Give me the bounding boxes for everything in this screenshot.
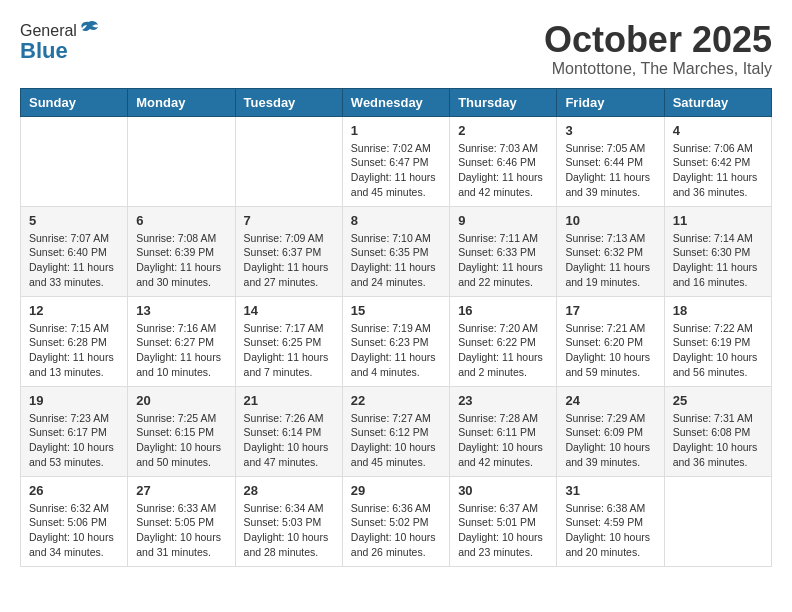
page-header: General Blue October 2025 Montottone, Th…	[20, 20, 772, 78]
calendar-cell: 25Sunrise: 7:31 AM Sunset: 6:08 PM Dayli…	[664, 386, 771, 476]
calendar-week-row: 5Sunrise: 7:07 AM Sunset: 6:40 PM Daylig…	[21, 206, 772, 296]
calendar-cell: 6Sunrise: 7:08 AM Sunset: 6:39 PM Daylig…	[128, 206, 235, 296]
day-number: 19	[29, 393, 119, 408]
calendar-week-row: 19Sunrise: 7:23 AM Sunset: 6:17 PM Dayli…	[21, 386, 772, 476]
title-block: October 2025 Montottone, The Marches, It…	[544, 20, 772, 78]
day-info: Sunrise: 7:31 AM Sunset: 6:08 PM Dayligh…	[673, 411, 763, 470]
day-info: Sunrise: 7:20 AM Sunset: 6:22 PM Dayligh…	[458, 321, 548, 380]
calendar-cell: 5Sunrise: 7:07 AM Sunset: 6:40 PM Daylig…	[21, 206, 128, 296]
day-info: Sunrise: 6:38 AM Sunset: 4:59 PM Dayligh…	[565, 501, 655, 560]
day-info: Sunrise: 7:15 AM Sunset: 6:28 PM Dayligh…	[29, 321, 119, 380]
day-info: Sunrise: 7:07 AM Sunset: 6:40 PM Dayligh…	[29, 231, 119, 290]
day-info: Sunrise: 7:22 AM Sunset: 6:19 PM Dayligh…	[673, 321, 763, 380]
day-info: Sunrise: 7:19 AM Sunset: 6:23 PM Dayligh…	[351, 321, 441, 380]
day-info: Sunrise: 7:02 AM Sunset: 6:47 PM Dayligh…	[351, 141, 441, 200]
calendar-week-row: 12Sunrise: 7:15 AM Sunset: 6:28 PM Dayli…	[21, 296, 772, 386]
day-number: 7	[244, 213, 334, 228]
day-info: Sunrise: 7:27 AM Sunset: 6:12 PM Dayligh…	[351, 411, 441, 470]
calendar-cell: 23Sunrise: 7:28 AM Sunset: 6:11 PM Dayli…	[450, 386, 557, 476]
day-number: 18	[673, 303, 763, 318]
calendar-cell: 7Sunrise: 7:09 AM Sunset: 6:37 PM Daylig…	[235, 206, 342, 296]
day-number: 30	[458, 483, 548, 498]
day-info: Sunrise: 7:08 AM Sunset: 6:39 PM Dayligh…	[136, 231, 226, 290]
weekday-header-tuesday: Tuesday	[235, 88, 342, 116]
day-number: 5	[29, 213, 119, 228]
calendar-cell: 12Sunrise: 7:15 AM Sunset: 6:28 PM Dayli…	[21, 296, 128, 386]
day-info: Sunrise: 7:16 AM Sunset: 6:27 PM Dayligh…	[136, 321, 226, 380]
day-info: Sunrise: 7:29 AM Sunset: 6:09 PM Dayligh…	[565, 411, 655, 470]
day-number: 26	[29, 483, 119, 498]
calendar-cell: 4Sunrise: 7:06 AM Sunset: 6:42 PM Daylig…	[664, 116, 771, 206]
calendar-cell: 2Sunrise: 7:03 AM Sunset: 6:46 PM Daylig…	[450, 116, 557, 206]
day-number: 31	[565, 483, 655, 498]
calendar-cell: 30Sunrise: 6:37 AM Sunset: 5:01 PM Dayli…	[450, 476, 557, 566]
calendar-cell: 17Sunrise: 7:21 AM Sunset: 6:20 PM Dayli…	[557, 296, 664, 386]
day-number: 15	[351, 303, 441, 318]
calendar-cell: 27Sunrise: 6:33 AM Sunset: 5:05 PM Dayli…	[128, 476, 235, 566]
day-info: Sunrise: 7:13 AM Sunset: 6:32 PM Dayligh…	[565, 231, 655, 290]
calendar-cell: 19Sunrise: 7:23 AM Sunset: 6:17 PM Dayli…	[21, 386, 128, 476]
day-number: 9	[458, 213, 548, 228]
day-info: Sunrise: 7:26 AM Sunset: 6:14 PM Dayligh…	[244, 411, 334, 470]
day-info: Sunrise: 7:25 AM Sunset: 6:15 PM Dayligh…	[136, 411, 226, 470]
day-info: Sunrise: 7:10 AM Sunset: 6:35 PM Dayligh…	[351, 231, 441, 290]
day-info: Sunrise: 6:34 AM Sunset: 5:03 PM Dayligh…	[244, 501, 334, 560]
calendar-cell: 29Sunrise: 6:36 AM Sunset: 5:02 PM Dayli…	[342, 476, 449, 566]
day-info: Sunrise: 7:06 AM Sunset: 6:42 PM Dayligh…	[673, 141, 763, 200]
calendar-cell: 24Sunrise: 7:29 AM Sunset: 6:09 PM Dayli…	[557, 386, 664, 476]
calendar-week-row: 26Sunrise: 6:32 AM Sunset: 5:06 PM Dayli…	[21, 476, 772, 566]
day-number: 10	[565, 213, 655, 228]
day-number: 6	[136, 213, 226, 228]
location-subtitle: Montottone, The Marches, Italy	[544, 60, 772, 78]
day-number: 1	[351, 123, 441, 138]
calendar-cell	[21, 116, 128, 206]
day-number: 21	[244, 393, 334, 408]
calendar-cell: 10Sunrise: 7:13 AM Sunset: 6:32 PM Dayli…	[557, 206, 664, 296]
logo-bird-icon	[79, 20, 99, 38]
day-number: 24	[565, 393, 655, 408]
weekday-header-sunday: Sunday	[21, 88, 128, 116]
calendar-cell: 11Sunrise: 7:14 AM Sunset: 6:30 PM Dayli…	[664, 206, 771, 296]
calendar-cell: 21Sunrise: 7:26 AM Sunset: 6:14 PM Dayli…	[235, 386, 342, 476]
day-number: 12	[29, 303, 119, 318]
day-number: 16	[458, 303, 548, 318]
day-number: 3	[565, 123, 655, 138]
day-info: Sunrise: 7:05 AM Sunset: 6:44 PM Dayligh…	[565, 141, 655, 200]
day-info: Sunrise: 7:28 AM Sunset: 6:11 PM Dayligh…	[458, 411, 548, 470]
calendar-cell: 22Sunrise: 7:27 AM Sunset: 6:12 PM Dayli…	[342, 386, 449, 476]
day-number: 13	[136, 303, 226, 318]
day-number: 22	[351, 393, 441, 408]
day-number: 28	[244, 483, 334, 498]
day-number: 27	[136, 483, 226, 498]
calendar-cell: 31Sunrise: 6:38 AM Sunset: 4:59 PM Dayli…	[557, 476, 664, 566]
day-number: 14	[244, 303, 334, 318]
calendar-cell	[235, 116, 342, 206]
day-info: Sunrise: 6:32 AM Sunset: 5:06 PM Dayligh…	[29, 501, 119, 560]
day-info: Sunrise: 7:14 AM Sunset: 6:30 PM Dayligh…	[673, 231, 763, 290]
calendar-cell	[128, 116, 235, 206]
day-number: 2	[458, 123, 548, 138]
calendar-cell: 26Sunrise: 6:32 AM Sunset: 5:06 PM Dayli…	[21, 476, 128, 566]
calendar-table: SundayMondayTuesdayWednesdayThursdayFrid…	[20, 88, 772, 567]
calendar-cell: 14Sunrise: 7:17 AM Sunset: 6:25 PM Dayli…	[235, 296, 342, 386]
calendar-cell: 3Sunrise: 7:05 AM Sunset: 6:44 PM Daylig…	[557, 116, 664, 206]
calendar-cell	[664, 476, 771, 566]
day-info: Sunrise: 7:21 AM Sunset: 6:20 PM Dayligh…	[565, 321, 655, 380]
weekday-header-friday: Friday	[557, 88, 664, 116]
logo-blue-text: Blue	[20, 38, 68, 64]
day-info: Sunrise: 6:33 AM Sunset: 5:05 PM Dayligh…	[136, 501, 226, 560]
day-info: Sunrise: 7:23 AM Sunset: 6:17 PM Dayligh…	[29, 411, 119, 470]
day-info: Sunrise: 7:09 AM Sunset: 6:37 PM Dayligh…	[244, 231, 334, 290]
day-number: 29	[351, 483, 441, 498]
day-info: Sunrise: 7:03 AM Sunset: 6:46 PM Dayligh…	[458, 141, 548, 200]
calendar-week-row: 1Sunrise: 7:02 AM Sunset: 6:47 PM Daylig…	[21, 116, 772, 206]
day-number: 11	[673, 213, 763, 228]
calendar-cell: 1Sunrise: 7:02 AM Sunset: 6:47 PM Daylig…	[342, 116, 449, 206]
calendar-cell: 15Sunrise: 7:19 AM Sunset: 6:23 PM Dayli…	[342, 296, 449, 386]
day-number: 20	[136, 393, 226, 408]
calendar-cell: 13Sunrise: 7:16 AM Sunset: 6:27 PM Dayli…	[128, 296, 235, 386]
month-title: October 2025	[544, 20, 772, 60]
logo: General Blue	[20, 20, 99, 64]
weekday-header-thursday: Thursday	[450, 88, 557, 116]
weekday-header-saturday: Saturday	[664, 88, 771, 116]
